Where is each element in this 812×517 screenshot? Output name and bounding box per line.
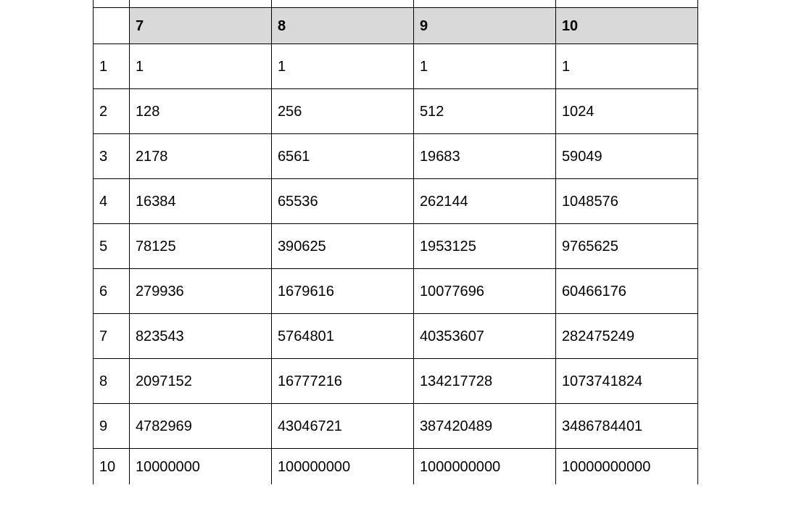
table-cell: 4782969 <box>130 403 272 448</box>
table-cell: 390625 <box>272 223 414 268</box>
table-row: 6 279936 1679616 10077696 60466176 <box>94 268 698 313</box>
table-cell: 1073741824 <box>556 358 698 403</box>
table-cell: 1 <box>556 44 698 88</box>
table-cell: 262144 <box>414 178 556 223</box>
table-cell: 279936 <box>130 268 272 313</box>
table-row: 3 2178 6561 19683 59049 <box>94 133 698 178</box>
row-label: 7 <box>94 313 130 358</box>
table-cell: 5764801 <box>272 313 414 358</box>
table-cell: 256 <box>272 88 414 133</box>
table-cell: 1 <box>414 44 556 88</box>
table-container: 7 8 9 10 1 1 1 1 1 2 128 256 512 1024 3 … <box>0 0 812 484</box>
table-cell: 60466176 <box>556 268 698 313</box>
table-cell: 1048576 <box>556 178 698 223</box>
table-cell: 9765625 <box>556 223 698 268</box>
table-cell: 78125 <box>130 223 272 268</box>
table-row: 9 4782969 43046721 387420489 3486784401 <box>94 403 698 448</box>
table-cell: 2178 <box>130 133 272 178</box>
table-cell: 43046721 <box>272 403 414 448</box>
table-corner-cell <box>94 7 130 44</box>
row-label: 9 <box>94 403 130 448</box>
table-cell: 128 <box>130 88 272 133</box>
table-cell: 2097152 <box>130 358 272 403</box>
table-cell: 823543 <box>130 313 272 358</box>
column-header: 10 <box>556 7 698 44</box>
row-label: 4 <box>94 178 130 223</box>
table-cell: 512 <box>414 88 556 133</box>
table-cell: 19683 <box>414 133 556 178</box>
table-row: 7 823543 5764801 40353607 282475249 <box>94 313 698 358</box>
table-cell: 1 <box>130 44 272 88</box>
table-cell: 1679616 <box>272 268 414 313</box>
table-row: 8 2097152 16777216 134217728 1073741824 <box>94 358 698 403</box>
table-cell: 10000000000 <box>556 448 698 484</box>
table-cell: 65536 <box>272 178 414 223</box>
column-header: 9 <box>414 7 556 44</box>
table-cell: 16384 <box>130 178 272 223</box>
table-cell: 387420489 <box>414 403 556 448</box>
table-cell: 134217728 <box>414 358 556 403</box>
table-cell: 10000000 <box>130 448 272 484</box>
table-cell: 16777216 <box>272 358 414 403</box>
row-label: 10 <box>94 448 130 484</box>
table-cell: 100000000 <box>272 448 414 484</box>
powers-table: 7 8 9 10 1 1 1 1 1 2 128 256 512 1024 3 … <box>93 0 698 484</box>
column-header: 8 <box>272 7 414 44</box>
table-row: 1 1 1 1 1 <box>94 44 698 88</box>
row-label: 1 <box>94 44 130 88</box>
table-row: 2 128 256 512 1024 <box>94 88 698 133</box>
row-label: 8 <box>94 358 130 403</box>
table-cell: 3486784401 <box>556 403 698 448</box>
table-cell: 1 <box>272 44 414 88</box>
table-cell: 10077696 <box>414 268 556 313</box>
table-row: 4 16384 65536 262144 1048576 <box>94 178 698 223</box>
table-cell: 6561 <box>272 133 414 178</box>
table-cell: 282475249 <box>556 313 698 358</box>
table-cell: 1024 <box>556 88 698 133</box>
table-header-row: 7 8 9 10 <box>94 7 698 44</box>
row-label: 2 <box>94 88 130 133</box>
row-label: 5 <box>94 223 130 268</box>
table-top-sliver <box>94 0 698 7</box>
column-header: 7 <box>130 7 272 44</box>
table-row: 5 78125 390625 1953125 9765625 <box>94 223 698 268</box>
table-row: 10 10000000 100000000 1000000000 1000000… <box>94 448 698 484</box>
row-label: 6 <box>94 268 130 313</box>
table-cell: 1000000000 <box>414 448 556 484</box>
table-cell: 40353607 <box>414 313 556 358</box>
table-cell: 1953125 <box>414 223 556 268</box>
table-cell: 59049 <box>556 133 698 178</box>
row-label: 3 <box>94 133 130 178</box>
